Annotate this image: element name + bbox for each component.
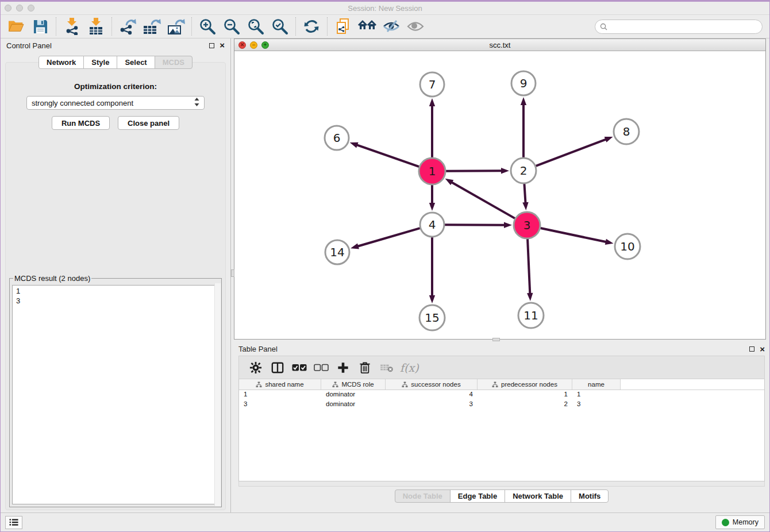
cell-shared-name[interactable]: 3 — [239, 400, 321, 410]
open-session-icon[interactable] — [4, 16, 28, 37]
frame-close-icon[interactable]: ✕ — [238, 41, 246, 49]
graph-edge-3-11[interactable] — [528, 239, 530, 295]
cell-successor-nodes[interactable]: 3 — [386, 400, 478, 410]
frame-minimize-icon[interactable]: − — [250, 41, 257, 49]
zoom-in-icon[interactable] — [195, 16, 220, 37]
zoom-out-icon[interactable] — [220, 16, 244, 37]
mcds-result-list[interactable]: 1 3 — [12, 285, 219, 504]
splitter-handle[interactable] — [492, 338, 500, 341]
memory-label: Memory — [733, 518, 759, 526]
deselect-all-icon[interactable] — [310, 358, 332, 377]
function-builder-icon[interactable]: f(x) — [400, 361, 419, 374]
mcds-result-group: MCDS result (2 nodes) 1 3 — [9, 274, 222, 507]
float-panel-icon[interactable] — [209, 43, 214, 48]
graph-node-label: 8 — [623, 125, 630, 138]
hide-selected-icon[interactable] — [379, 16, 403, 37]
import-table-icon[interactable] — [84, 16, 108, 37]
select-all-icon[interactable] — [288, 358, 310, 377]
column-type-icon — [402, 381, 408, 388]
graph-edge-1-2[interactable] — [446, 171, 503, 171]
network-canvas[interactable]: 7968124314101511 — [234, 51, 765, 339]
save-session-icon[interactable] — [28, 16, 52, 37]
zoom-selected-icon[interactable] — [268, 16, 292, 37]
tab-motifs[interactable]: Motifs — [571, 489, 609, 503]
graph-edge-arrowhead — [605, 137, 613, 142]
optimization-criterion-select[interactable]: strongly connected component — [26, 96, 205, 110]
memory-status-icon — [722, 519, 729, 526]
graph-edge-4-3[interactable] — [445, 225, 506, 225]
search-input[interactable] — [610, 22, 762, 30]
frame-maximize-icon[interactable]: + — [261, 41, 269, 49]
export-table-icon[interactable] — [140, 16, 164, 37]
tab-select[interactable]: Select — [117, 56, 155, 69]
tab-style[interactable]: Style — [83, 56, 117, 69]
column-header-predecessor-nodes[interactable]: predecessor nodes — [478, 379, 572, 390]
delete-columns-icon[interactable] — [354, 358, 376, 377]
cell-predecessor-nodes[interactable]: 2 — [478, 400, 572, 410]
memory-button[interactable]: Memory — [715, 515, 765, 529]
add-column-icon[interactable] — [332, 358, 354, 377]
graph-edge-arrowhead — [351, 243, 359, 249]
horizontal-splitter[interactable] — [234, 340, 769, 342]
refresh-layout-icon[interactable] — [299, 16, 324, 37]
task-history-button[interactable] — [5, 516, 22, 529]
column-header-shared-name[interactable]: shared name — [239, 379, 321, 390]
network-window-titlebar[interactable]: ✕ − + scc.txt — [234, 39, 765, 51]
optimization-criterion-label: Optimization criterion: — [6, 82, 225, 91]
graph-edge-arrowhead — [350, 142, 359, 148]
graph-edge-2-8[interactable] — [536, 139, 607, 166]
close-panel-icon[interactable]: × — [220, 43, 225, 48]
export-network-icon[interactable] — [116, 16, 140, 37]
toolbar-separator — [56, 17, 56, 36]
tab-mcds[interactable]: MCDS — [155, 56, 192, 69]
cell-name[interactable]: 3 — [572, 400, 621, 410]
cell-predecessor-nodes[interactable]: 1 — [478, 390, 572, 400]
close-panel-icon[interactable]: × — [760, 346, 765, 352]
close-panel-button[interactable]: Close panel — [118, 116, 179, 130]
clone-network-icon[interactable] — [331, 16, 355, 37]
vertical-splitter[interactable] — [230, 38, 234, 512]
float-panel-icon[interactable] — [749, 346, 754, 352]
column-header-successor-nodes[interactable]: successor nodes — [386, 379, 478, 390]
cell-name[interactable]: 1 — [572, 390, 621, 400]
graph-edge-4-14[interactable] — [357, 228, 420, 246]
optimization-criterion-value: strongly connected component — [32, 99, 133, 107]
tab-network[interactable]: Network — [38, 56, 84, 69]
graph-edge-arrowhead — [504, 222, 512, 228]
column-header-mcds-role[interactable]: MCDS role — [321, 379, 386, 390]
table-settings-icon[interactable] — [245, 358, 267, 377]
tab-network-table[interactable]: Network Table — [505, 489, 571, 503]
import-network-icon[interactable] — [60, 16, 84, 37]
run-mcds-button[interactable]: Run MCDS — [52, 116, 110, 130]
graph-node-label: 7 — [429, 78, 436, 91]
graph-edge-1-6[interactable] — [356, 145, 419, 167]
graph-edge-3-10[interactable] — [540, 228, 607, 242]
search-field[interactable] — [595, 20, 763, 34]
home-view-icon[interactable] — [355, 16, 379, 37]
delete-table-icon[interactable] — [376, 358, 398, 377]
cell-shared-name[interactable]: 1 — [239, 390, 321, 400]
graph-edge-2-3[interactable] — [524, 184, 525, 204]
search-icon — [600, 23, 607, 30]
mcds-result-title: MCDS result (2 nodes) — [13, 274, 91, 283]
cell-mcds-role[interactable]: dominator — [321, 400, 386, 410]
tab-node-table[interactable]: Node Table — [395, 489, 451, 503]
table-row[interactable]: 3 dominator 3 2 3 — [239, 400, 764, 410]
cell-successor-nodes[interactable]: 4 — [386, 390, 478, 400]
table-panel: Table Panel × — [234, 342, 769, 512]
zoom-fit-icon[interactable] — [244, 16, 268, 37]
graph-edge-arrowhead — [605, 239, 614, 245]
column-view-icon[interactable] — [267, 358, 288, 377]
export-image-icon[interactable] — [164, 16, 188, 37]
network-graph[interactable]: 7968124314101511 — [234, 51, 765, 338]
cell-mcds-role[interactable]: dominator — [321, 390, 386, 400]
graph-edge-3-1[interactable] — [451, 182, 515, 218]
tab-edge-table[interactable]: Edge Table — [450, 489, 505, 503]
table-hscrollbar[interactable] — [238, 481, 765, 487]
table-row[interactable]: 1 dominator 4 1 1 — [239, 390, 764, 400]
graph-edge-arrowhead — [429, 203, 435, 211]
column-header-name[interactable]: name — [572, 379, 621, 390]
mcds-panel: Optimization criterion: strongly connect… — [5, 62, 226, 510]
show-all-icon[interactable] — [403, 16, 428, 37]
result-scrollbar[interactable] — [214, 283, 221, 506]
